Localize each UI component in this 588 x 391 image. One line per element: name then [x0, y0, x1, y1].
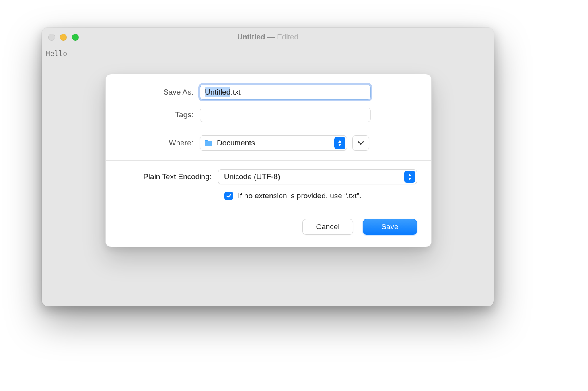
where-popup[interactable]: Documents	[200, 135, 347, 151]
expand-save-panel-button[interactable]	[352, 135, 369, 151]
save-as-input[interactable]: Untitled.txt	[200, 85, 371, 100]
window-edited-status: Edited	[277, 33, 298, 41]
save-as-label: Save As:	[120, 88, 200, 97]
save-as-row: Save As: Untitled.txt	[120, 85, 417, 100]
document-text-area[interactable]: Hello	[42, 46, 494, 61]
extension-checkbox[interactable]	[224, 192, 233, 200]
save-as-filename-ext: .txt	[230, 88, 240, 96]
tags-label: Tags:	[120, 110, 200, 119]
save-dialog-top-section: Save As: Untitled.txt Tags: Where:	[106, 74, 431, 160]
encoding-label: Plain Text Encoding:	[120, 172, 218, 181]
save-as-field-wrap: Untitled.txt	[200, 85, 371, 100]
where-label: Where:	[120, 139, 200, 147]
titlebar: Untitled — Edited	[42, 28, 494, 46]
popup-arrows-icon	[404, 171, 415, 183]
extension-checkbox-label: If no extension is provided, use “.txt”.	[238, 192, 362, 200]
svg-rect-0	[205, 141, 212, 146]
folder-icon	[204, 139, 213, 147]
traffic-lights	[48, 34, 79, 41]
extension-checkbox-row: If no extension is provided, use “.txt”.	[224, 192, 417, 200]
encoding-value: Unicode (UTF-8)	[224, 172, 280, 181]
zoom-window-button[interactable]	[72, 34, 79, 41]
save-button[interactable]: Save	[363, 219, 417, 235]
document-text: Hello	[46, 49, 67, 58]
close-window-button[interactable]	[48, 34, 55, 41]
window-title-text: Untitled	[237, 33, 265, 41]
encoding-row: Plain Text Encoding: Unicode (UTF-8)	[120, 169, 417, 184]
checkmark-icon	[226, 194, 232, 198]
save-as-filename-base: Untitled	[205, 87, 230, 97]
dialog-buttons: Cancel Save	[106, 210, 431, 247]
encoding-popup[interactable]: Unicode (UTF-8)	[218, 169, 417, 184]
window-title: Untitled — Edited	[42, 33, 494, 41]
cancel-button[interactable]: Cancel	[302, 219, 353, 235]
chevron-down-icon	[358, 141, 364, 145]
minimize-window-button[interactable]	[60, 34, 67, 41]
save-dialog: Save As: Untitled.txt Tags: Where:	[105, 74, 432, 247]
where-row: Where: Documents	[120, 135, 417, 151]
popup-arrows-icon	[334, 137, 345, 149]
tags-input[interactable]	[200, 108, 371, 122]
where-value: Documents	[217, 139, 255, 147]
cancel-button-label: Cancel	[316, 223, 339, 231]
tags-row: Tags:	[120, 108, 417, 122]
window-title-sep: —	[265, 33, 277, 41]
save-button-label: Save	[381, 223, 398, 231]
encoding-section: Plain Text Encoding: Unicode (UTF-8) If …	[106, 161, 431, 210]
